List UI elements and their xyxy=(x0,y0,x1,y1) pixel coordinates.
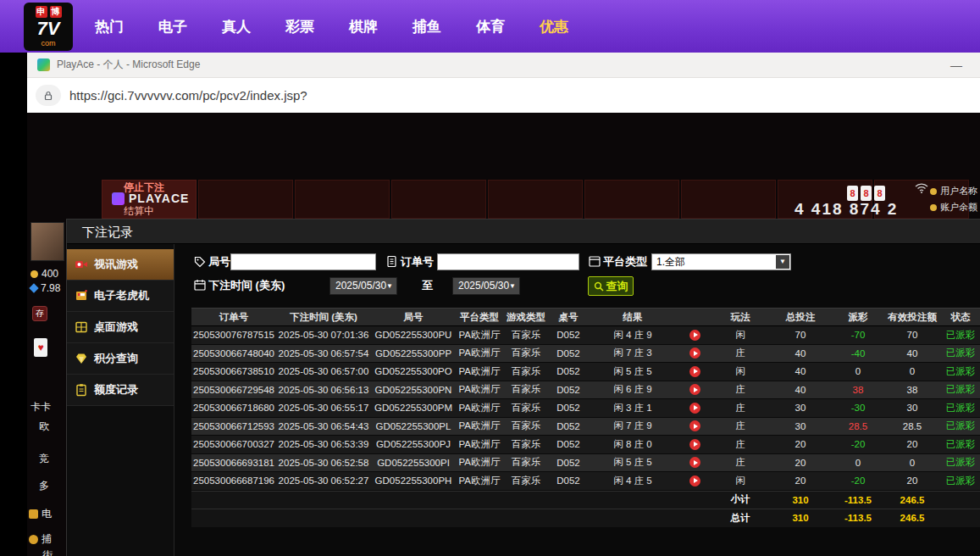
site-info-button[interactable] xyxy=(36,85,61,106)
sidebar-fragment[interactable]: 7.98 xyxy=(30,282,60,294)
cell-replay xyxy=(678,457,711,468)
nav-live[interactable]: 真人 xyxy=(222,17,251,36)
account-label: 用户名称 xyxy=(930,185,977,197)
cell-game: 百家乐 xyxy=(503,383,549,396)
url-text[interactable]: https://gci.7vvvvvv.com/pc/pcv2/index.js… xyxy=(69,88,307,103)
platform-select[interactable]: 1.全部 ▼ xyxy=(651,253,791,270)
tab-quota-records[interactable]: 额度记录 xyxy=(67,375,174,406)
playing-card: 8 xyxy=(847,186,858,201)
play-video-button[interactable] xyxy=(689,457,700,468)
playace-brand: PLAYACE xyxy=(112,192,189,205)
play-video-button[interactable] xyxy=(689,366,700,377)
playing-card: 8 xyxy=(861,186,872,201)
tag-icon xyxy=(194,256,206,268)
cell-table: D052 xyxy=(549,458,588,468)
cell-replay xyxy=(678,403,711,414)
cell-replay xyxy=(678,384,711,395)
order-input[interactable] xyxy=(437,253,579,270)
cell-platform: PA欧洲厅 xyxy=(456,329,503,342)
nav-promo[interactable]: 优惠 xyxy=(540,17,568,36)
cell-table: D052 xyxy=(549,330,588,340)
page-favicon-icon xyxy=(37,58,50,71)
table-row: 2505300667295482025-05-30 06:56:13GD0522… xyxy=(191,381,980,400)
search-button[interactable]: 查询 xyxy=(588,276,634,296)
chevron-down-icon: ▼ xyxy=(776,255,789,269)
table-tile xyxy=(488,180,583,219)
cell-total: 40 xyxy=(769,366,832,376)
nav-board[interactable]: 棋牌 xyxy=(349,17,378,36)
modal-tabs: 视讯游戏电子老虎机桌面游戏积分查询额度记录 xyxy=(67,244,174,556)
round-input[interactable] xyxy=(230,253,376,270)
cell-bet: 庄 xyxy=(711,456,769,469)
cell-result: 闲 5 庄 5 xyxy=(588,456,678,469)
cell-platform: PA欧洲厅 xyxy=(456,383,503,396)
sidebar-fragment[interactable]: 400 xyxy=(30,268,58,280)
cell-game: 百家乐 xyxy=(503,365,549,378)
nav-fishing[interactable]: 捕鱼 xyxy=(412,17,441,36)
cell-order: 250530066738510 xyxy=(191,366,276,376)
tab-table-games[interactable]: 桌面游戏 xyxy=(67,312,174,343)
play-video-button[interactable] xyxy=(689,348,700,359)
cell-time: 2025-05-30 06:57:00 xyxy=(276,366,371,376)
cell-result: 闲 4 庄 9 xyxy=(588,329,678,342)
account-label: 账户余额 xyxy=(930,201,977,214)
sidebar-fragment[interactable]: 存 xyxy=(32,306,47,321)
play-video-button[interactable] xyxy=(689,384,700,395)
date-from-value: 2025/05/30 xyxy=(335,280,386,292)
nav-slots[interactable]: 电子 xyxy=(158,17,187,36)
tab-slot-machines[interactable]: 电子老虎机 xyxy=(67,281,174,312)
browser-title-bar: PlayAce - 个人 - Microsoft Edge — xyxy=(27,53,980,78)
cell-round: GD052255300PH xyxy=(371,475,456,486)
col-header-1: 订单号 xyxy=(191,311,276,324)
desktop-gutter xyxy=(0,53,27,556)
avatar[interactable] xyxy=(30,222,64,261)
cell-valid: 38 xyxy=(884,385,940,395)
cell-valid: 0 xyxy=(884,366,940,376)
cell-table: D052 xyxy=(549,366,588,376)
playace-logo-icon xyxy=(112,192,125,205)
cell-total: 30 xyxy=(769,403,832,413)
cell-bet: 庄 xyxy=(711,383,769,396)
minimize-button[interactable]: — xyxy=(944,58,968,72)
tab-points-query[interactable]: 积分查询 xyxy=(67,343,174,375)
tab-label: 额度记录 xyxy=(94,382,138,398)
account-label-text: 用户名称 xyxy=(940,185,977,197)
sidebar-fragment[interactable]: 卡卡 xyxy=(30,400,51,414)
date-to-picker[interactable]: 2025/05/30 ▼ xyxy=(452,277,520,295)
play-video-button[interactable] xyxy=(689,420,700,431)
cell-replay xyxy=(678,439,711,450)
total-total-bet: 310 xyxy=(769,513,832,523)
nav-hot[interactable]: 热门 xyxy=(95,17,124,36)
table-row: 2505300767875152025-05-30 07:01:36GD0522… xyxy=(191,326,980,345)
play-video-button[interactable] xyxy=(689,330,700,341)
sidebar-fragment[interactable]: 电 xyxy=(29,507,52,521)
subtotal-row: 小计310-113.5246.5 xyxy=(191,491,980,509)
play-video-button[interactable] xyxy=(689,403,700,414)
subtotal-payout: -113.5 xyxy=(832,495,884,505)
date-from-picker[interactable]: 2025/05/30 ▼ xyxy=(329,277,397,295)
sidebar-fragment[interactable]: 竞 xyxy=(39,452,49,466)
cell-payout: -40 xyxy=(832,348,884,359)
settling-badge: 结算中 xyxy=(124,204,154,219)
tab-label: 电子老虎机 xyxy=(94,288,149,303)
cell-result: 闲 3 庄 1 xyxy=(588,402,678,414)
nav-sports[interactable]: 体育 xyxy=(476,17,505,36)
nav-lottery[interactable]: 彩票 xyxy=(285,17,314,36)
cell-table: D052 xyxy=(549,348,588,359)
table-row: 2505300667186802025-05-30 06:55:17GD0522… xyxy=(191,399,980,418)
cell-payout: 0 xyxy=(832,458,884,468)
cell-order: 250530066700327 xyxy=(191,439,276,449)
logo-text: 7V xyxy=(24,18,73,40)
sidebar-fragment[interactable]: 多 xyxy=(39,479,49,493)
logo-badge-2: 博 xyxy=(50,6,62,18)
tab-video-games[interactable]: 视讯游戏 xyxy=(67,249,174,281)
sidebar-fragment[interactable]: 欧 xyxy=(39,420,49,434)
sidebar-fragment[interactable]: 捕 xyxy=(29,532,52,547)
cell-total: 30 xyxy=(769,421,832,431)
address-bar[interactable]: https://gci.7vvvvvv.com/pc/pcv2/index.js… xyxy=(27,78,980,113)
site-logo[interactable]: 申 博 7V com xyxy=(24,3,73,51)
sidebar-fragment[interactable]: 街 xyxy=(42,548,53,556)
playing-card: 8 xyxy=(874,186,885,201)
play-video-button[interactable] xyxy=(689,475,700,486)
play-video-button[interactable] xyxy=(689,439,700,450)
